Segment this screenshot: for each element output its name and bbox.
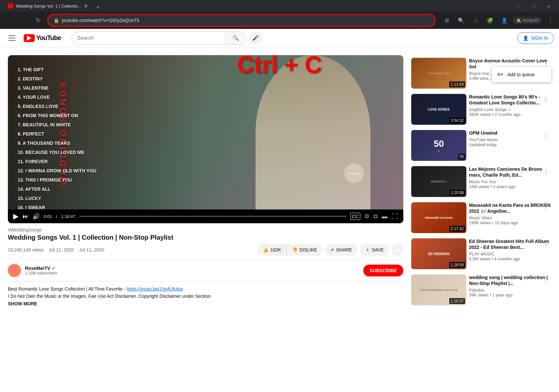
incognito-icon: 🕵️ bbox=[516, 18, 521, 23]
minimize-button[interactable]: ─ bbox=[511, 1, 526, 12]
sidebar-more-button-3[interactable]: ⋮ bbox=[541, 130, 551, 141]
search-form: 🔍 🎤 bbox=[72, 32, 262, 45]
bookmark-icon[interactable]: ☆ bbox=[470, 14, 481, 26]
sidebar-thumb-1: Love Songs Vol.2 1:13:24 bbox=[411, 58, 466, 89]
save-button[interactable]: ＋ SAVE bbox=[360, 244, 389, 256]
close-window-button[interactable]: ✕ bbox=[541, 1, 556, 12]
duration-badge-6: 1:28:59 bbox=[449, 262, 465, 268]
progress-bar[interactable] bbox=[79, 216, 346, 217]
sidebar-info-3: OPM Unwind YouTube Music Updated today bbox=[469, 130, 551, 161]
sidebar-channel-7: Pidodos bbox=[469, 288, 551, 293]
current-time: 0:01 bbox=[44, 214, 52, 219]
search-input[interactable] bbox=[72, 32, 225, 45]
like-button[interactable]: 👍 102K bbox=[257, 244, 287, 256]
lock-icon: 🔒 bbox=[54, 18, 59, 23]
sidebar-channel-6: PLAY MUSIC bbox=[469, 251, 551, 256]
browser-tabbar: Wedding Songs Vol. 1 | Collectio... ✕ + … bbox=[0, 0, 559, 12]
time-separator: / bbox=[56, 214, 57, 219]
address-bar-wrap: 🔒 youtube.com/watch?v=OIOy2eQUnTk bbox=[47, 14, 436, 27]
add-to-queue-item[interactable]: ≡+ Add to queue bbox=[492, 68, 551, 81]
sidebar-video-item-5[interactable]: Masasakit na Kanta 2:17:42 Masasakit na … bbox=[411, 200, 551, 236]
add-to-queue-label: Add to queue bbox=[507, 72, 535, 77]
channel-row: RoseMarTV ✓ 1.16M subscribers SUBSCRIBE bbox=[8, 260, 403, 281]
sidebar-video-item-3[interactable]: 50 ≡ 50 OPM Unwind YouTube Music Updated… bbox=[411, 127, 551, 163]
duration-badge-3: 50 bbox=[458, 154, 465, 160]
sidebar-title-4: Las Mejores Canciones De Bruno mars, Cha… bbox=[469, 166, 551, 178]
video-actions: 👍 102K 👎 DISLIKE ↗ SHARE bbox=[257, 244, 403, 256]
extension-icon[interactable]: 🧩 bbox=[484, 14, 496, 26]
search-icon[interactable]: 🔍 bbox=[455, 14, 467, 26]
microphone-button[interactable]: 🎤 bbox=[249, 32, 262, 45]
sidebar-meta-2: 583K views • 2 months ago bbox=[469, 112, 551, 117]
channel-name[interactable]: RoseMarTV ✓ bbox=[25, 266, 359, 271]
context-menu: ≡+ Add to queue bbox=[492, 67, 551, 82]
miniplayer-button[interactable]: ⧉ bbox=[373, 213, 378, 220]
profile-icon[interactable]: 👤 bbox=[499, 14, 510, 26]
play-button[interactable]: ▶ bbox=[13, 212, 19, 221]
sidebar-video-item-2[interactable]: LOVE SONGS 3:54:32 Romantic Love Songs 8… bbox=[411, 91, 551, 127]
sidebar-channel-2: English Love Songs ✓ bbox=[469, 107, 551, 112]
grid-icon[interactable]: ⊞ bbox=[486, 32, 499, 45]
youtube-logo[interactable]: YouTube bbox=[24, 34, 61, 42]
more-options-icon[interactable]: ⋮ bbox=[502, 32, 515, 45]
more-options-button[interactable]: ⋮ bbox=[545, 14, 556, 26]
sidebar-meta-7: 39K views • 1 year ago bbox=[469, 293, 551, 297]
browser-tab-active[interactable]: Wedding Songs Vol. 1 | Collectio... ✕ bbox=[3, 0, 93, 12]
video-thumbnail: WEDDING SONGS 1. THE GIFT2. DESTINY3. VA… bbox=[8, 55, 403, 209]
sidebar-more-button-4[interactable]: ⋮ bbox=[541, 166, 551, 177]
more-actions-button[interactable]: ••• bbox=[391, 244, 403, 256]
total-time: 1:16:47 bbox=[61, 214, 75, 219]
tab-close-icon[interactable]: ✕ bbox=[84, 3, 88, 9]
theater-button[interactable]: ▬ bbox=[382, 213, 388, 220]
maximize-button[interactable]: □ bbox=[526, 1, 541, 12]
refresh-button[interactable]: ↻ bbox=[32, 14, 45, 27]
sidebar-more-button-5[interactable]: ⋮ bbox=[541, 202, 551, 213]
sidebar-video-item-1[interactable]: Love Songs Vol.2 1:13:24 Boyce Avenue Ac… bbox=[411, 55, 551, 91]
description-section: Best Romantic Love Songs Collection | Al… bbox=[8, 281, 403, 311]
forward-button[interactable]: → bbox=[17, 14, 30, 27]
sign-in-label: SIGN IN bbox=[531, 35, 548, 41]
sidebar-video-item-7[interactable]: NonstopWedding Love Song 1:16:37 wedding… bbox=[411, 272, 551, 308]
video-hashtag[interactable]: #WeddingSongs bbox=[8, 227, 403, 232]
sidebar-more-button-6[interactable]: ⋮ bbox=[541, 238, 551, 249]
sidebar-video-item-4[interactable]: MAROON 5 1:20:08 Las Mejores Canciones D… bbox=[411, 163, 551, 200]
sidebar-video-item-6[interactable]: ED SHEERAN 1:28:59 Ed Sheeran Greatest H… bbox=[411, 236, 551, 272]
search-button[interactable]: 🔍 bbox=[225, 32, 246, 45]
volume-button[interactable]: 🔊 bbox=[33, 213, 40, 220]
hamburger-icon bbox=[8, 35, 15, 41]
queue-icon: ≡+ bbox=[497, 72, 503, 77]
channel-name-text: RoseMarTV bbox=[25, 266, 50, 271]
address-bar[interactable]: 🔒 youtube.com/watch?v=OIOy2eQUnTk bbox=[47, 14, 436, 27]
person-icon: 👤 bbox=[523, 35, 528, 41]
settings-button[interactable]: ⚙ bbox=[364, 213, 369, 220]
sign-in-button[interactable]: 👤 SIGN IN bbox=[517, 32, 554, 44]
sidebar-title-7: wedding song | wedding collection | Non-… bbox=[469, 274, 551, 286]
sidebar-meta-5: 195K views • 10 days ago bbox=[469, 220, 551, 225]
sidebar-title-3: OPM Unwind bbox=[469, 130, 551, 136]
grid-apps-icon[interactable]: ⊞ bbox=[441, 14, 453, 26]
channel-avatar[interactable] bbox=[8, 264, 21, 277]
share-button[interactable]: ↗ SHARE bbox=[325, 244, 357, 256]
duration-badge-4: 1:20:08 bbox=[449, 190, 465, 196]
dislike-button[interactable]: 👎 DISLIKE bbox=[287, 244, 323, 256]
sidebar-more-button-7[interactable]: ⋮ bbox=[541, 274, 551, 285]
show-more-button[interactable]: SHOW MORE bbox=[8, 301, 37, 306]
share-icon: ↗ bbox=[330, 247, 334, 252]
sidebar-meta-4: 15M views • 2 years ago bbox=[469, 184, 551, 189]
channel-name-4: Music For You bbox=[469, 179, 496, 184]
subtitles-button[interactable]: CC bbox=[350, 213, 360, 220]
sidebar-thumb-6: ED SHEERAN 1:28:59 bbox=[411, 238, 466, 269]
new-tab-button[interactable]: + bbox=[93, 3, 102, 12]
subscribe-button[interactable]: SUBSCRIBE bbox=[363, 265, 403, 276]
sidebar-more-button-2[interactable]: ⋮ bbox=[541, 94, 551, 104]
sidebar-channel-4: Music For You bbox=[469, 179, 551, 184]
fullscreen-button[interactable]: ⛶ bbox=[391, 213, 398, 220]
back-button[interactable]: ← bbox=[3, 14, 16, 27]
description-url[interactable]: https://youtu.be/J-byfUfrAss bbox=[127, 286, 183, 292]
upload-date-value: Jul 11, 2020 bbox=[79, 247, 104, 252]
view-count: 15,240,140 views bbox=[8, 247, 44, 252]
skip-button[interactable]: ⏭ bbox=[23, 213, 29, 220]
youtube-header: YouTube 🔍 🎤 ⊞ ⋮ 👤 SIGN IN bbox=[0, 29, 559, 47]
menu-button[interactable] bbox=[5, 32, 18, 45]
video-info: #WeddingSongs Wedding Songs Vol. 1 | Col… bbox=[8, 223, 403, 260]
